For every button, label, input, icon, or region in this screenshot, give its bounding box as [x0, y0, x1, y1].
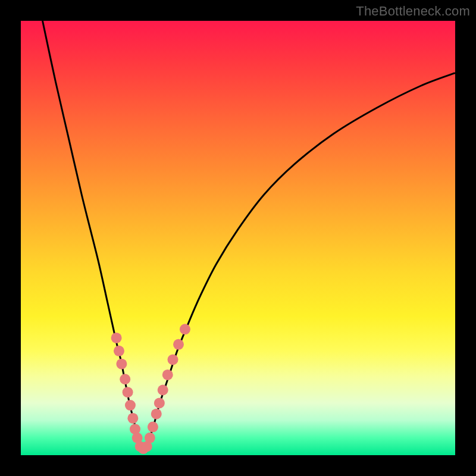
data-marker [114, 346, 124, 356]
data-marker [145, 433, 155, 443]
data-marker [125, 400, 136, 411]
outer-frame: TheBottleneck.com [0, 0, 476, 476]
data-marker [180, 324, 190, 334]
gradient-plot-area [21, 21, 455, 455]
data-marker [158, 385, 168, 396]
data-marker [151, 409, 162, 419]
watermark-label: TheBottleneck.com [356, 4, 470, 19]
curve-layer [43, 21, 456, 451]
data-marker [168, 354, 178, 365]
data-marker [111, 333, 122, 343]
chart-svg [21, 21, 455, 455]
data-marker [148, 422, 158, 433]
data-marker [123, 387, 133, 397]
data-marker [154, 397, 165, 408]
data-marker [120, 374, 130, 384]
curve-right-branch [142, 73, 455, 451]
data-marker [173, 339, 184, 350]
curve-left-branch [43, 21, 143, 451]
data-marker [162, 369, 173, 380]
data-marker [116, 359, 127, 369]
data-marker [127, 413, 138, 424]
marker-layer [111, 324, 190, 454]
